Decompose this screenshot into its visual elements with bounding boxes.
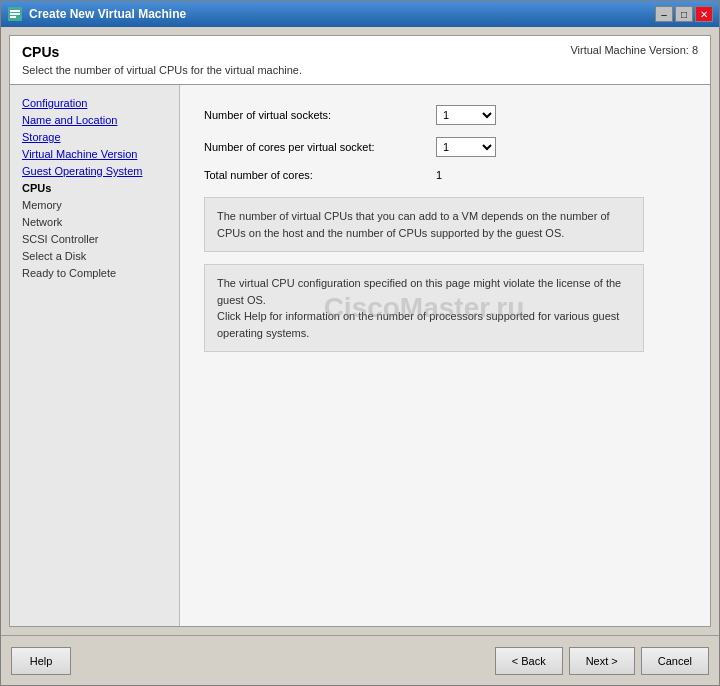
title-bar-left: Create New Virtual Machine <box>7 6 186 22</box>
help-button[interactable]: Help <box>11 647 71 675</box>
footer-left: Help <box>11 647 71 675</box>
svg-rect-2 <box>10 13 20 15</box>
total-cores-value: 1 <box>436 169 442 181</box>
total-cores-label: Total number of cores: <box>204 169 424 181</box>
section-title: CPUs <box>22 44 302 60</box>
sidebar-item-vm-version[interactable]: Virtual Machine Version <box>18 146 171 162</box>
window-controls: – □ ✕ <box>655 6 713 22</box>
sidebar-item-scsi: SCSI Controller <box>18 231 171 247</box>
section-description: Select the number of virtual CPUs for th… <box>22 64 302 76</box>
warning-box: The virtual CPU configuration specified … <box>204 264 644 352</box>
main-content: Configuration Name and Location Storage … <box>9 85 711 627</box>
content-area: CPUs Select the number of virtual CPUs f… <box>1 27 719 635</box>
sidebar-item-guest-os[interactable]: Guest Operating System <box>18 163 171 179</box>
window-title: Create New Virtual Machine <box>29 7 186 21</box>
svg-rect-1 <box>10 10 20 12</box>
cores-per-socket-row: Number of cores per virtual socket: 1 2 … <box>204 137 686 157</box>
close-button[interactable]: ✕ <box>695 6 713 22</box>
header-left: CPUs Select the number of virtual CPUs f… <box>22 44 302 76</box>
sidebar-item-name-location[interactable]: Name and Location <box>18 112 171 128</box>
window-icon <box>7 6 23 22</box>
cores-per-socket-select[interactable]: 1 2 4 <box>436 137 496 157</box>
sidebar-item-storage[interactable]: Storage <box>18 129 171 145</box>
sidebar: Configuration Name and Location Storage … <box>10 85 180 626</box>
sidebar-item-configuration[interactable]: Configuration <box>18 95 171 111</box>
sidebar-item-cpus: CPUs <box>18 180 171 196</box>
version-label: Virtual Machine Version: 8 <box>570 44 698 56</box>
help-text: Click Help for information on the number… <box>217 310 619 339</box>
cancel-button[interactable]: Cancel <box>641 647 709 675</box>
next-button[interactable]: Next > <box>569 647 635 675</box>
footer-right: < Back Next > Cancel <box>495 647 709 675</box>
header-section: CPUs Select the number of virtual CPUs f… <box>9 35 711 85</box>
main-window: Create New Virtual Machine – □ ✕ CPUs Se… <box>0 0 720 686</box>
sidebar-item-memory: Memory <box>18 197 171 213</box>
form-panel: Number of virtual sockets: 1 2 4 8 Numbe… <box>180 85 710 626</box>
virtual-sockets-select[interactable]: 1 2 4 8 <box>436 105 496 125</box>
maximize-button[interactable]: □ <box>675 6 693 22</box>
total-cores-row: Total number of cores: 1 <box>204 169 686 181</box>
watermark-text: CiscoMaster.ru <box>324 287 525 329</box>
minimize-button[interactable]: – <box>655 6 673 22</box>
back-button[interactable]: < Back <box>495 647 563 675</box>
cores-per-socket-label: Number of cores per virtual socket: <box>204 141 424 153</box>
sidebar-item-select-disk: Select a Disk <box>18 248 171 264</box>
footer: Help < Back Next > Cancel <box>1 635 719 685</box>
sidebar-item-network: Network <box>18 214 171 230</box>
sidebar-item-ready: Ready to Complete <box>18 265 171 281</box>
info-box: The number of virtual CPUs that you can … <box>204 197 644 252</box>
virtual-sockets-label: Number of virtual sockets: <box>204 109 424 121</box>
svg-rect-3 <box>10 16 16 18</box>
title-bar: Create New Virtual Machine – □ ✕ <box>1 1 719 27</box>
info-text: The number of virtual CPUs that you can … <box>217 210 610 239</box>
warning-text: The virtual CPU configuration specified … <box>217 277 621 306</box>
virtual-sockets-row: Number of virtual sockets: 1 2 4 8 <box>204 105 686 125</box>
